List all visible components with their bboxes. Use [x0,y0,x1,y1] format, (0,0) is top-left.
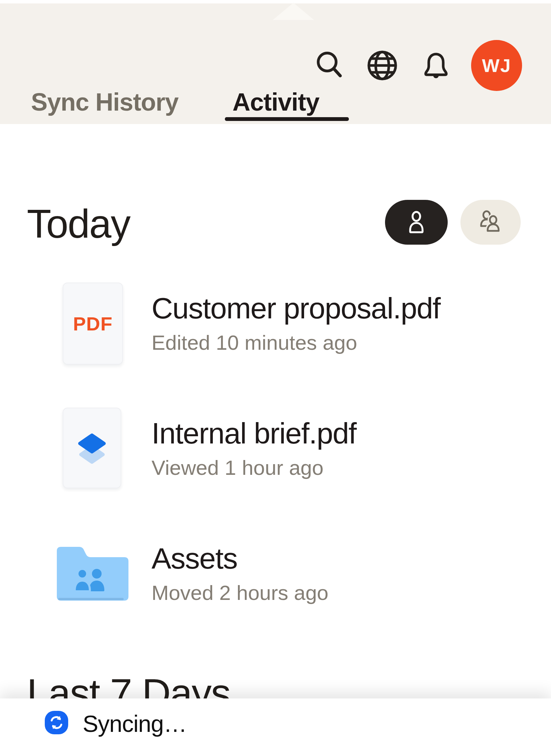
search-icon [315,50,344,83]
notifications-button[interactable] [421,48,451,81]
pdf-badge: PDF [73,313,113,335]
globe-button[interactable] [366,50,398,81]
toggle-personal-view[interactable] [385,200,448,245]
item-title: Assets [152,543,329,573]
toggle-shared-view[interactable] [460,200,521,245]
active-tab-underline [225,117,349,121]
avatar-initials: WJ [482,55,511,76]
header: WJ Sync History Activity [0,0,551,124]
person-icon [405,210,427,234]
avatar[interactable]: WJ [471,40,522,91]
section-title-today: Today [27,204,130,244]
dropbox-file-icon [63,408,121,488]
item-title: Internal brief.pdf [152,418,356,448]
item-subtitle: Moved 2 hours ago [152,583,329,603]
people-icon [477,210,505,235]
globe-icon [366,50,398,81]
tab-activity[interactable]: Activity [232,88,319,116]
pdf-file-icon: PDF [63,283,123,365]
shared-folder-icon [53,543,128,604]
notifications-icon [421,48,451,81]
item-subtitle: Edited 10 minutes ago [152,333,440,353]
search-button[interactable] [315,50,344,83]
item-title: Customer proposal.pdf [152,293,440,323]
item-subtitle: Viewed 1 hour ago [152,458,356,478]
app-screen: WJ Sync History Activity Today PDF Custo… [0,0,551,756]
sync-toast: Syncing… [0,698,551,756]
tab-sync-history[interactable]: Sync History [31,88,178,116]
sync-status-text: Syncing… [83,710,187,737]
sync-icon [45,711,68,734]
popover-caret [273,3,314,20]
